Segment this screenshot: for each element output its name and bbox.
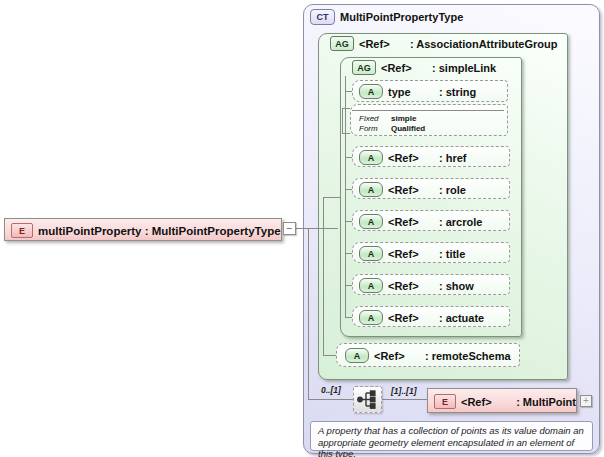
element-node-multipointproperty[interactable]: E multiPointProperty : MultiPointPropert… bbox=[4, 218, 282, 241]
collapse-toggle[interactable]: − bbox=[283, 222, 296, 235]
occurrence-label-left: 0..[1] bbox=[321, 385, 341, 395]
complex-type-badge: CT bbox=[310, 9, 335, 25]
attribute-href[interactable]: A <Ref> : href bbox=[352, 146, 510, 167]
type-label: : simpleLink bbox=[432, 62, 496, 74]
type-label: : role bbox=[439, 184, 466, 196]
attribute-group-badge: AG bbox=[330, 36, 354, 51]
type-label: : arcrole bbox=[439, 216, 482, 228]
annotation-box: A property that has a collection of poin… bbox=[310, 421, 593, 451]
attribute-badge: A bbox=[359, 84, 383, 99]
facet-value: Qualified bbox=[391, 124, 425, 134]
ref-label: <Ref> bbox=[359, 38, 405, 50]
attribute-badge: A bbox=[359, 214, 383, 229]
type-label: : show bbox=[439, 280, 474, 292]
attribute-badge: A bbox=[359, 278, 383, 293]
attribute-title[interactable]: A <Ref> : title bbox=[352, 242, 510, 263]
simple-link-header: AG <Ref> : simpleLink bbox=[352, 60, 496, 75]
facet-value: simple bbox=[391, 114, 416, 124]
attribute-badge: A bbox=[345, 348, 369, 363]
facet-label: Fixed bbox=[359, 114, 391, 124]
facet-label: Form bbox=[359, 124, 391, 134]
ref-label: <Ref> bbox=[374, 350, 420, 362]
complex-type-header[interactable]: CT MultiPointPropertyType bbox=[310, 9, 463, 25]
type-label: : remoteSchema bbox=[425, 350, 511, 362]
type-label: : AssociationAttributeGroup bbox=[410, 38, 557, 50]
type-label: : MultiPoint bbox=[516, 396, 576, 408]
attribute-show[interactable]: A <Ref> : show bbox=[352, 274, 510, 295]
element-label: multiPointProperty : MultiPointPropertyT… bbox=[38, 225, 281, 237]
ref-label: <Ref> bbox=[381, 62, 427, 74]
attribute-name: type bbox=[388, 86, 434, 98]
facet-row: Form Qualified bbox=[359, 124, 507, 134]
complex-type-title: MultiPointPropertyType bbox=[340, 11, 463, 23]
element-node-multipoint[interactable]: E <Ref> : MultiPoint bbox=[427, 388, 577, 413]
ref-label: <Ref> bbox=[388, 184, 434, 196]
ref-label: <Ref> bbox=[388, 216, 434, 228]
occurrence-label-right: [1]..[1] bbox=[391, 386, 417, 396]
attribute-badge: A bbox=[359, 246, 383, 261]
type-label: : href bbox=[439, 152, 467, 164]
attribute-arcrole[interactable]: A <Ref> : arcrole bbox=[352, 210, 510, 231]
attribute-type[interactable]: A type : string bbox=[352, 80, 508, 102]
attribute-badge: A bbox=[359, 150, 383, 165]
sequence-icon bbox=[354, 387, 381, 412]
type-label: : string bbox=[439, 86, 476, 98]
association-attribute-group-header: AG <Ref> : AssociationAttributeGroup bbox=[330, 36, 557, 51]
ref-label: <Ref> bbox=[388, 280, 434, 292]
element-badge: E bbox=[434, 394, 456, 409]
ref-label: <Ref> bbox=[388, 248, 434, 260]
ref-label: <Ref> bbox=[461, 396, 511, 408]
type-label: : title bbox=[439, 248, 465, 260]
attribute-remote-schema[interactable]: A <Ref> : remoteSchema bbox=[336, 343, 520, 367]
attribute-role[interactable]: A <Ref> : role bbox=[352, 178, 510, 199]
facet-separator bbox=[352, 110, 504, 111]
facet-box: Fixed simple Form Qualified bbox=[350, 104, 508, 136]
attribute-actuate[interactable]: A <Ref> : actuate bbox=[352, 306, 510, 327]
ref-label: <Ref> bbox=[388, 312, 434, 324]
attribute-badge: A bbox=[359, 182, 383, 197]
expand-toggle[interactable]: + bbox=[580, 395, 592, 407]
plus-icon: + bbox=[583, 396, 589, 406]
ref-label: <Ref> bbox=[388, 152, 434, 164]
type-label: : actuate bbox=[439, 312, 484, 324]
minus-icon: − bbox=[287, 224, 293, 234]
element-badge: E bbox=[11, 223, 33, 238]
attribute-badge: A bbox=[359, 310, 383, 325]
facet-row: Fixed simple bbox=[359, 114, 507, 124]
attribute-group-badge: AG bbox=[352, 60, 376, 75]
sequence-compositor[interactable] bbox=[353, 386, 382, 413]
